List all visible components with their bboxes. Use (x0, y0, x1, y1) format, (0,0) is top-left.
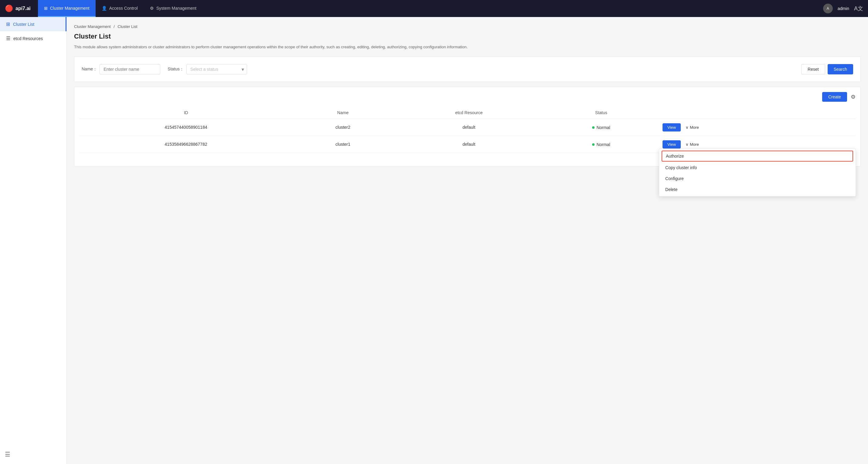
table-toolbar: Create ⚙ (79, 92, 856, 102)
more-chevron-0: ∨ (686, 125, 689, 130)
nav-item-access-control[interactable]: 👤 Access Control (96, 0, 144, 17)
cell-name-0: cluster2 (292, 119, 393, 136)
col-header-status: Status (545, 107, 658, 119)
layout: ⊞ Cluster List ☰ etcd Resources ☰ Cluste… (0, 17, 868, 464)
more-chevron-1: ∨ (686, 142, 689, 147)
reset-button[interactable]: Reset (801, 64, 825, 75)
cell-etcd-1: default (393, 136, 545, 153)
cell-id-0: 415457440058901184 (79, 119, 292, 136)
nav-items: ⊞ Cluster Management 👤 Access Control ⚙ … (38, 0, 823, 17)
access-control-icon: 👤 (102, 6, 107, 11)
status-text-1: Normal (596, 142, 610, 147)
sidebar-item-etcd-resources[interactable]: ☰ etcd Resources (0, 31, 66, 46)
language-toggle-icon[interactable]: A文 (854, 5, 863, 12)
logo[interactable]: 🔴 api7.ai (5, 5, 31, 12)
status-filter-label: Status： (167, 66, 184, 72)
more-label-0: More (690, 125, 699, 130)
col-header-etcd: etcd Resource (393, 107, 545, 119)
sidebar-item-cluster-list[interactable]: ⊞ Cluster List (0, 17, 66, 31)
cell-name-1: cluster1 (292, 136, 393, 153)
top-nav: 🔴 api7.ai ⊞ Cluster Management 👤 Access … (0, 0, 868, 17)
more-button-1[interactable]: ∨ More (683, 140, 702, 148)
create-button[interactable]: Create (822, 92, 847, 102)
status-filter-field: Status： Select a status Normal Abnormal … (167, 64, 247, 75)
dropdown-item-authorize[interactable]: Authorize (662, 151, 853, 162)
name-filter-field: Name： (82, 64, 160, 75)
cell-status-0: Normal (545, 119, 658, 136)
filter-panel: Name： Status： Select a status Normal Abn… (74, 56, 861, 82)
nav-item-system-management[interactable]: ⚙ System Management (144, 0, 203, 17)
cluster-list-icon: ⊞ (6, 21, 10, 27)
table-settings-icon[interactable]: ⚙ (851, 93, 856, 100)
admin-label: admin (838, 6, 849, 11)
status-badge-0: Normal (592, 125, 610, 130)
search-button[interactable]: Search (828, 64, 853, 75)
sidebar: ⊞ Cluster List ☰ etcd Resources ☰ (0, 17, 67, 464)
col-header-id: ID (79, 107, 292, 119)
status-dot-0 (592, 126, 594, 129)
cluster-management-icon: ⊞ (44, 6, 48, 11)
name-filter-input[interactable] (99, 64, 160, 75)
main-content: Cluster Management / Cluster List Cluste… (67, 17, 868, 464)
cell-actions-0: View ∨ More (658, 119, 856, 136)
col-header-actions (658, 107, 856, 119)
dropdown-item-configure[interactable]: Configure (659, 173, 856, 184)
view-button-0[interactable]: View (662, 123, 681, 132)
logo-text: api7.ai (16, 6, 31, 11)
page-title: Cluster List (74, 32, 861, 40)
cell-status-1: Normal (545, 136, 658, 153)
table-row: 415457440058901184 cluster2 default Norm… (79, 119, 856, 136)
more-label-1: More (690, 142, 699, 147)
logo-icon: 🔴 (5, 5, 13, 12)
status-badge-1: Normal (592, 142, 610, 147)
nav-right: A admin A文 (823, 4, 863, 13)
cluster-table: ID Name etcd Resource Status 41545744005… (79, 107, 856, 153)
nav-item-cluster-management[interactable]: ⊞ Cluster Management (38, 0, 96, 17)
etcd-resources-icon: ☰ (6, 35, 10, 41)
filter-buttons: Reset Search (801, 64, 853, 75)
dropdown-item-copy-cluster-info[interactable]: Copy cluster info (659, 162, 856, 173)
actions-cell-1: View ∨ More (662, 140, 851, 148)
actions-cell-0: View ∨ More (662, 123, 851, 132)
status-dot-1 (592, 143, 594, 146)
cell-etcd-0: default (393, 119, 545, 136)
dropdown-menu: Authorize Copy cluster info Configure De… (659, 148, 856, 197)
cell-id-1: 415358496628867782 (79, 136, 292, 153)
more-button-0[interactable]: ∨ More (683, 123, 702, 132)
breadcrumb: Cluster Management / Cluster List (74, 24, 861, 29)
status-select-wrapper: Select a status Normal Abnormal Pending (186, 64, 247, 75)
page-description: This module allows system administrators… (74, 44, 861, 50)
dropdown-item-delete[interactable]: Delete (659, 184, 856, 195)
avatar: A (823, 4, 833, 13)
col-header-name: Name (292, 107, 393, 119)
sidebar-toggle[interactable]: ☰ (5, 451, 10, 458)
system-management-icon: ⚙ (150, 6, 154, 11)
view-button-1[interactable]: View (662, 140, 681, 148)
name-filter-label: Name： (82, 66, 97, 72)
status-filter-select[interactable]: Select a status Normal Abnormal Pending (186, 64, 247, 75)
status-text-0: Normal (596, 125, 610, 130)
